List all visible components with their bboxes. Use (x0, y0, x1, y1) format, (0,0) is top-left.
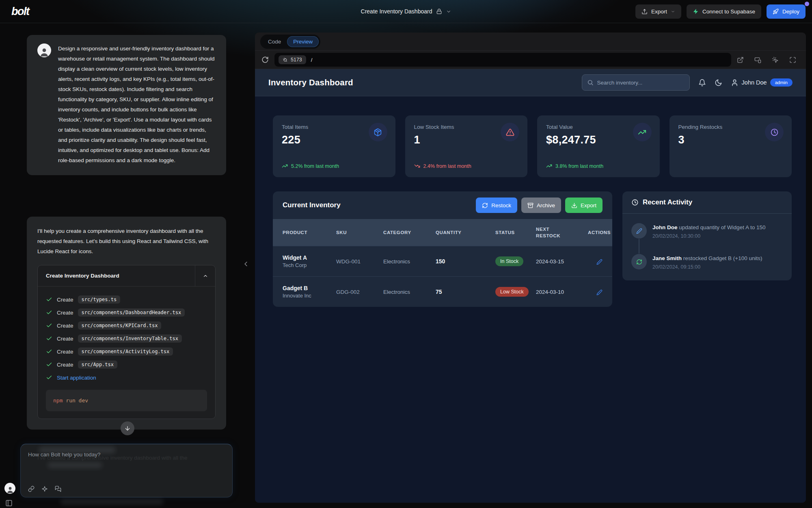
inventory-table-card: Current Inventory Restock Archive (273, 191, 612, 307)
activity-item: John Doe updated quantity of Widget A to… (631, 223, 783, 239)
bulk-actions: Restock Archive Export (476, 198, 603, 213)
workbench-panel: Code Preview 5173 / Inventory Dashboard (255, 33, 806, 503)
column-header-quantity: QUANTITY (436, 229, 495, 236)
category-cell: Electronics (383, 289, 436, 295)
kpi-card-total-items: Total Items 225 5.2% from last month (273, 115, 395, 177)
responsive-preview-button[interactable] (754, 56, 761, 63)
product-cell: Gadget B Innovate Inc (283, 285, 336, 299)
step-action: Create (57, 297, 73, 303)
tab-preview[interactable]: Preview (287, 36, 319, 47)
table-row: Widget A Tech Corp WDG-001 Electronics 1… (273, 246, 612, 276)
arrow-down-icon (124, 425, 131, 432)
sku-cell: GDG-002 (336, 289, 383, 295)
person-icon (39, 47, 50, 57)
toggle-sidebar-button[interactable] (5, 499, 13, 507)
step-action: Create (57, 323, 73, 329)
build-plan-title: Create Inventory Dashboard (38, 265, 195, 286)
export-csv-button[interactable]: Export (565, 198, 603, 213)
terminal-command: npm run dev (46, 390, 207, 411)
check-icon (46, 335, 52, 342)
check-icon (46, 322, 52, 329)
activity-timestamp: 20/02/2024, 09:15:00 (652, 264, 762, 270)
chat-input-box[interactable] (20, 444, 233, 497)
account-avatar[interactable] (4, 483, 15, 494)
start-application-link[interactable]: Start application (57, 375, 96, 381)
user-message: Design a responsive and user-friendly in… (27, 35, 226, 175)
dark-mode-toggle[interactable] (715, 79, 722, 87)
build-plan-steps: Create src/types.ts Create src/component… (38, 287, 215, 419)
external-link-icon (737, 56, 744, 63)
connect-supabase-label: Connect to Supabase (702, 9, 755, 15)
user-menu[interactable]: John Doe admin (731, 78, 793, 87)
attach-link-button[interactable] (28, 486, 35, 492)
chevron-down-icon (671, 9, 675, 14)
project-title: Create Inventory Dashboard (361, 8, 432, 15)
edit-row-button[interactable] (596, 288, 603, 295)
port-number: 5173 (291, 57, 302, 63)
assistant-message: I'll help you create a comprehensive inv… (27, 217, 226, 430)
inventory-search[interactable] (582, 74, 690, 91)
deploy-label: Deploy (782, 9, 799, 15)
url-input[interactable]: 5173 / (274, 53, 731, 67)
inventory-table-header: Current Inventory Restock Archive (273, 191, 612, 219)
open-in-new-tab-button[interactable] (737, 56, 744, 63)
clock-icon (631, 199, 639, 206)
export-button[interactable]: Export (635, 4, 681, 19)
timeline-connector (639, 239, 639, 254)
kpi-card-pending-restocks: Pending Restocks 3 (669, 115, 792, 177)
assistant-intro-text: I'll help you create a comprehensive inv… (37, 226, 216, 256)
discuss-mode-button[interactable] (55, 486, 61, 492)
chat-panel: Design a responsive and user-friendly in… (0, 23, 255, 508)
kpi-trend: 2.4% from last month (414, 163, 471, 169)
search-icon (587, 79, 594, 86)
trending-up-icon (546, 163, 552, 169)
step-action: Create (57, 349, 73, 355)
project-title-menu[interactable]: Create Inventory Dashboard (361, 8, 451, 15)
reload-button[interactable] (261, 56, 269, 63)
enhance-prompt-button[interactable] (41, 486, 48, 492)
activity-timeline: John Doe updated quantity of Widget A to… (622, 214, 792, 280)
column-header-sku: SKU (336, 229, 383, 236)
tab-code[interactable]: Code (262, 36, 287, 47)
product-supplier: Tech Corp (283, 262, 336, 268)
deploy-button[interactable]: Deploy (767, 4, 806, 19)
panel-left-icon (5, 499, 13, 507)
step-file-chip: src/App.tsx (78, 360, 117, 369)
trending-down-icon (414, 163, 420, 169)
dashboard-header: Inventory Dashboard John Doe admin (255, 69, 806, 96)
port-pill[interactable]: 5173 (279, 55, 306, 64)
notifications-button[interactable] (698, 79, 706, 87)
check-icon (46, 348, 52, 355)
search-input[interactable] (597, 80, 685, 86)
plug-icon (281, 56, 289, 63)
archive-button[interactable]: Archive (521, 198, 561, 213)
chat-textarea[interactable] (28, 452, 225, 475)
collapse-chat-button[interactable] (242, 260, 250, 268)
scroll-to-bottom-button[interactable] (121, 421, 134, 435)
inspector-button[interactable] (772, 56, 779, 63)
quantity-cell: 150 (436, 258, 495, 265)
refresh-icon (482, 202, 488, 208)
fullscreen-button[interactable] (789, 56, 796, 63)
url-path: / (311, 57, 313, 63)
role-badge: admin (770, 78, 793, 87)
activity-text: John Doe updated quantity of Widget A to… (652, 223, 765, 231)
step-file-chip: src/components/ActivityLog.tsx (78, 347, 173, 356)
sparkles-icon (41, 486, 48, 492)
kpi-trend-text: 3.8% from last month (555, 163, 603, 169)
chevron-left-icon (242, 260, 250, 268)
lock-icon (436, 9, 442, 14)
connect-supabase-button[interactable]: Connect to Supabase (687, 4, 761, 19)
view-tabs-row: Code Preview (255, 33, 806, 50)
restock-button[interactable]: Restock (476, 198, 517, 213)
trending-up-icon (282, 163, 288, 169)
user-name: John Doe (742, 79, 767, 86)
edit-row-button[interactable] (596, 258, 603, 265)
collapse-plan-button[interactable] (195, 265, 215, 286)
column-header-product: PRODUCT (283, 229, 336, 236)
product-name: Gadget B (283, 285, 336, 291)
command-args: run dev (66, 397, 88, 404)
plan-step-start-application: Start application (46, 371, 207, 384)
kpi-trend: 5.2% from last month (282, 163, 339, 169)
dashboard-header-actions: John Doe admin (582, 74, 793, 91)
